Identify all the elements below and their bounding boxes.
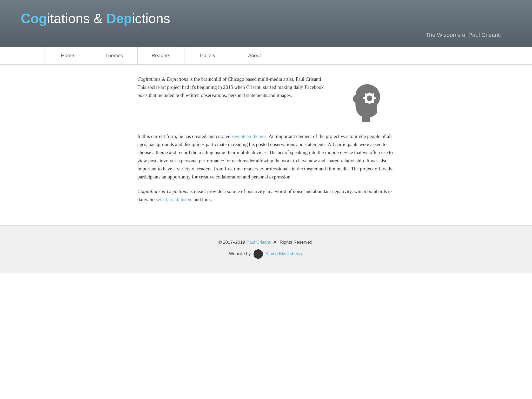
footer-website-by: Website by Albino Blacksheep. [10,249,522,259]
site-subtitle: The Wisdoms of Paul Crisanti [21,30,522,39]
para1: Cogitations & Depictions is the brainchi… [137,75,327,99]
title-cog: Cog [21,11,47,26]
nav-themes[interactable]: Themes [91,47,138,64]
para3-end: , and look. [191,197,212,202]
main-nav: Home Themes Readers Gallery About [0,47,532,64]
svg-rect-0 [362,117,370,122]
seventeen-themes-link[interactable]: seventeen themes [232,134,266,139]
website-by-text: Website by [229,251,252,256]
author-link[interactable]: Paul Crisanti [246,240,271,245]
intro-section: Cogitations & Depictions is the brainchi… [137,75,395,124]
designer-link[interactable]: Albino Blacksheep [265,251,302,256]
copyright-end: . All Rights Reserved. [271,240,314,245]
copyright-text: © 2017–2019 [218,240,246,245]
main-content: Cogitations & Depictions is the brainchi… [117,65,415,225]
brain-icon-container [337,75,395,124]
site-title: Cogitations & Depictions [21,8,522,29]
footer-period: . [302,251,303,256]
para1-title: Cogitations & Depictions [137,76,188,82]
nav-gallery[interactable]: Gallery [184,47,231,64]
title-dep: Dep [106,11,132,26]
title-itations: itations & [47,11,106,26]
page-footer: © 2017–2019 Paul Crisanti. All Rights Re… [0,225,532,273]
para3-title: Cogitations & Depictions [137,189,188,194]
para2-start: In this current form, he has created and… [137,134,232,139]
para3: Cogitations & Depictions is meant provid… [137,187,395,204]
page-header: Cogitations & Depictions The Wisdoms of … [0,0,532,47]
nav-readers[interactable]: Readers [138,47,184,64]
remaining-text: In this current form, he has created and… [137,132,395,204]
nav-about[interactable]: About [231,47,278,64]
para2: In this current form, he has created and… [137,132,395,181]
para2-rest: . An important element of the project wa… [137,134,394,180]
brain-gear-icon [343,78,389,124]
designer-logo [254,249,263,259]
select-read-listen-link[interactable]: select, read, listen [156,197,191,202]
footer-copyright: © 2017–2019 Paul Crisanti. All Rights Re… [10,239,522,246]
title-ictions: ictions [132,11,170,26]
nav-home[interactable]: Home [44,47,91,64]
intro-text: Cogitations & Depictions is the brainchi… [137,75,327,106]
